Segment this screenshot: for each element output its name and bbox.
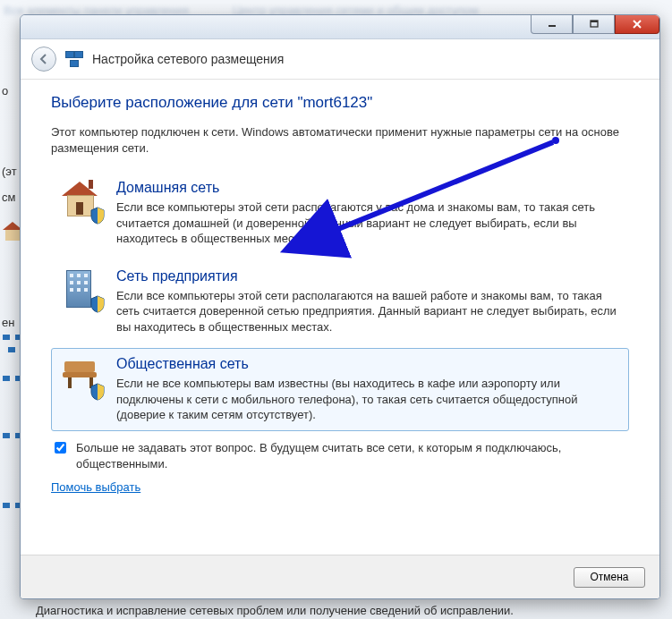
network-icon — [65, 51, 83, 67]
bg-side-text-3: ен — [2, 316, 14, 329]
bg-side-text-2: см — [2, 191, 15, 204]
main-heading: Выберите расположение для сети "mort6123… — [51, 94, 629, 112]
shield-icon — [89, 207, 106, 225]
header-title: Настройка сетевого размещения — [92, 52, 284, 66]
close-button[interactable] — [615, 15, 659, 34]
minimize-button[interactable] — [531, 15, 573, 34]
option-public-network[interactable]: Общественная сеть Если не все компьютеры… — [51, 348, 629, 431]
bg-side-text-4: о — [2, 84, 8, 98]
arrow-left-icon — [38, 53, 50, 65]
option-work-desc: Если все компьютеры этой сети располагаю… — [116, 288, 619, 335]
bg-bottom-text: Диагностика и исправление сетевых пробле… — [36, 604, 514, 617]
titlebar — [21, 15, 659, 39]
intro-text: Этот компьютер подключен к сети. Windows… — [51, 124, 629, 156]
dialog-window: Настройка сетевого размещения Выберите р… — [20, 14, 660, 599]
maximize-button[interactable] — [573, 15, 615, 34]
options-list: Домашняя сеть Если все компьютеры этой с… — [51, 172, 629, 431]
option-work-title: Сеть предприятия — [116, 268, 619, 284]
help-link[interactable]: Помочь выбрать — [51, 480, 140, 494]
footer: Отмена — [21, 555, 659, 598]
shield-icon — [89, 383, 106, 401]
work-network-icon — [61, 268, 104, 311]
content-area: Выберите расположение для сети "mort6123… — [21, 78, 659, 555]
back-button[interactable] — [31, 47, 56, 72]
home-network-icon — [61, 180, 104, 223]
public-network-icon — [61, 356, 104, 399]
dont-ask-row: Больше не задавать этот вопрос. В будуще… — [51, 440, 629, 471]
window-buttons — [531, 15, 659, 34]
option-public-desc: Если не все компьютеры вам известны (вы … — [116, 376, 619, 423]
option-home-desc: Если все компьютеры этой сети располагаю… — [116, 199, 619, 247]
option-home-title: Домашняя сеть — [116, 180, 619, 196]
bg-side-text-1: (эт — [2, 165, 17, 178]
header-bar: Настройка сетевого размещения — [21, 39, 659, 80]
dont-ask-checkbox[interactable] — [55, 442, 66, 454]
option-home-network[interactable]: Домашняя сеть Если все компьютеры этой с… — [51, 172, 629, 255]
shield-icon — [89, 295, 106, 313]
option-work-network[interactable]: Сеть предприятия Если все компьютеры это… — [51, 260, 629, 343]
cancel-button[interactable]: Отмена — [574, 567, 645, 588]
dont-ask-label: Больше не задавать этот вопрос. В будуще… — [76, 440, 629, 471]
option-public-title: Общественная сеть — [116, 356, 619, 372]
